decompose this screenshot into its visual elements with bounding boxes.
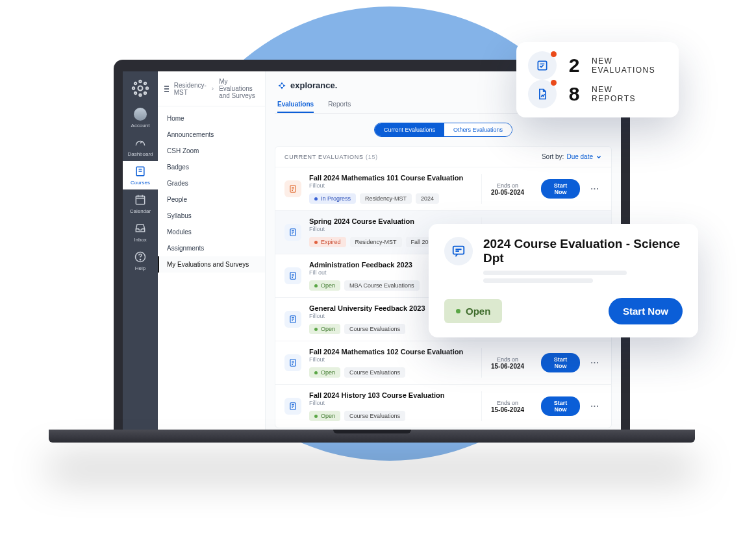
rail-item-calendar[interactable]: Calendar bbox=[123, 189, 158, 218]
rail-item-dashboard[interactable]: Dashboard bbox=[123, 132, 158, 161]
form-icon bbox=[284, 398, 301, 415]
breadcrumb-current: My Evaluations and Surveys bbox=[219, 78, 258, 99]
svg-marker-15 bbox=[278, 84, 281, 86]
tag-chip: Course Evaluations bbox=[344, 411, 405, 421]
row-subtitle: Fillout bbox=[309, 356, 473, 363]
notification-item[interactable]: 2NEWEVALUATIONS bbox=[528, 51, 667, 80]
tab-reports[interactable]: Reports bbox=[328, 97, 351, 113]
svg-point-1 bbox=[139, 80, 141, 82]
form-icon bbox=[284, 180, 301, 197]
row-subtitle: Fillout bbox=[309, 400, 473, 406]
sidebar-item[interactable]: People bbox=[158, 191, 265, 208]
sidebar-item[interactable]: Modules bbox=[158, 224, 265, 240]
sidebar-item[interactable]: Home bbox=[158, 110, 265, 127]
row-subtitle: Fillout bbox=[309, 182, 473, 189]
status-chip: Expired bbox=[309, 237, 346, 247]
sidebar-item[interactable]: My Evaluations and Surveys bbox=[158, 256, 265, 273]
panel-header: CURRENT EVALUATIONS (15) Sort by: Due da… bbox=[275, 147, 611, 167]
evaluation-filter-segment: Current EvaluationsOthers Evaluations bbox=[275, 123, 612, 137]
evaluation-row[interactable]: Fall 2024 History 103 Course EvaluationF… bbox=[275, 384, 611, 428]
rail-item-help[interactable]: Help bbox=[123, 247, 158, 275]
start-now-button[interactable]: Start Now bbox=[541, 353, 580, 372]
breadcrumb-root[interactable]: Residency-MST bbox=[174, 82, 207, 96]
status-dot-icon bbox=[456, 309, 460, 313]
more-button[interactable]: ··· bbox=[588, 184, 602, 193]
svg-point-2 bbox=[139, 94, 141, 96]
svg-marker-16 bbox=[283, 84, 286, 86]
tab-evaluations[interactable]: Evaluations bbox=[277, 97, 314, 113]
canvas-logo-icon bbox=[131, 79, 149, 97]
skeleton-line bbox=[483, 271, 627, 275]
notification-icon bbox=[528, 80, 557, 108]
notification-label: NEWEVALUATIONS bbox=[592, 56, 655, 75]
evaluation-row[interactable]: Fall 2024 Mathematics 102 Course Evaluat… bbox=[275, 341, 611, 384]
sidebar-item[interactable]: Assignments bbox=[158, 240, 265, 256]
status-chip: Open bbox=[309, 367, 340, 378]
svg-point-3 bbox=[132, 87, 134, 89]
ends-on: Ends on15-06-2024 bbox=[481, 391, 533, 421]
sidebar-item[interactable]: Grades bbox=[158, 175, 265, 191]
notification-count: 8 bbox=[566, 83, 583, 105]
row-title: Fall 2024 Mathematics 101 Course Evaluat… bbox=[309, 174, 473, 182]
svg-point-0 bbox=[138, 86, 143, 91]
popup-title: 2024 Course Evaluation - Science Dpt bbox=[483, 237, 683, 265]
segment-button[interactable]: Others Evaluations bbox=[444, 123, 512, 136]
rail-item-inbox[interactable]: Inbox bbox=[123, 218, 158, 247]
ends-on: Ends on20-05-2024 bbox=[481, 174, 533, 204]
more-button[interactable]: ··· bbox=[588, 358, 602, 367]
start-now-button[interactable]: Start Now bbox=[541, 396, 580, 416]
panel-count: (15) bbox=[366, 154, 378, 160]
notification-icon bbox=[528, 51, 557, 80]
svg-point-4 bbox=[146, 87, 148, 89]
svg-point-8 bbox=[144, 92, 146, 94]
sidebar-item[interactable]: Syllabus bbox=[158, 208, 265, 224]
form-icon bbox=[284, 311, 301, 328]
svg-point-6 bbox=[144, 82, 146, 84]
tag-chip: MBA Course Evaluations bbox=[344, 280, 420, 291]
ends-on: Ends on15-06-2024 bbox=[481, 348, 533, 378]
skeleton-line bbox=[483, 278, 593, 283]
sort-dropdown[interactable]: Sort by: Due date bbox=[542, 153, 602, 160]
course-nav-list: HomeAnnouncementsCSH ZoomBadgesGradesPeo… bbox=[158, 106, 265, 276]
svg-rect-24 bbox=[453, 247, 464, 254]
tag-chip: Course Evaluations bbox=[344, 367, 405, 378]
svg-marker-14 bbox=[281, 87, 283, 90]
tag-chip: Residency-MST bbox=[360, 193, 412, 204]
sidebar-item[interactable]: Announcements bbox=[158, 127, 265, 143]
chat-icon bbox=[444, 237, 473, 265]
status-chip: In Progress bbox=[309, 193, 356, 204]
chevron-right-icon: › bbox=[212, 85, 214, 92]
rail-item-courses[interactable]: Courses bbox=[123, 161, 158, 189]
more-button[interactable]: ··· bbox=[588, 402, 602, 411]
evaluation-row[interactable]: Fall 2024 Mathematics 101 Course Evaluat… bbox=[275, 167, 611, 210]
svg-point-12 bbox=[140, 260, 140, 260]
start-now-button[interactable]: Start Now bbox=[609, 298, 683, 324]
panel-heading: CURRENT EVALUATIONS bbox=[284, 154, 364, 160]
status-badge: Open bbox=[444, 299, 502, 323]
svg-point-5 bbox=[134, 82, 136, 84]
segment-button[interactable]: Current Evaluations bbox=[375, 123, 444, 136]
status-chip: Open bbox=[309, 280, 340, 291]
evaluation-popup-card: 2024 Course Evaluation - Science Dpt Ope… bbox=[429, 224, 698, 337]
sidebar-item[interactable]: CSH Zoom bbox=[158, 143, 265, 159]
svg-rect-10 bbox=[136, 196, 144, 204]
form-icon bbox=[284, 224, 301, 241]
rail-item-account[interactable]: Account bbox=[123, 104, 158, 132]
row-title: Fall 2024 History 103 Course Evaluation bbox=[309, 391, 473, 399]
brand-name: explorance. bbox=[290, 80, 337, 90]
status-chip: Open bbox=[309, 324, 340, 334]
tag-chip: Residency-MST bbox=[350, 237, 402, 247]
breadcrumb: Residency-MST › My Evaluations and Surve… bbox=[158, 71, 265, 106]
notification-badge-icon bbox=[551, 80, 557, 86]
form-icon bbox=[284, 267, 301, 284]
start-now-button[interactable]: Start Now bbox=[541, 179, 580, 199]
laptop-base bbox=[49, 430, 695, 443]
menu-icon[interactable] bbox=[164, 86, 169, 92]
notification-item[interactable]: 8NEWREPORTS bbox=[528, 80, 667, 108]
sidebar-item[interactable]: Badges bbox=[158, 159, 265, 175]
notification-count: 2 bbox=[566, 55, 583, 77]
notifications-card: 2NEWEVALUATIONS8NEWREPORTS bbox=[516, 42, 679, 117]
tag-chip: 2024 bbox=[416, 193, 439, 204]
explorance-logo-icon bbox=[277, 81, 286, 90]
tag-chip: Course Evaluations bbox=[344, 324, 405, 334]
